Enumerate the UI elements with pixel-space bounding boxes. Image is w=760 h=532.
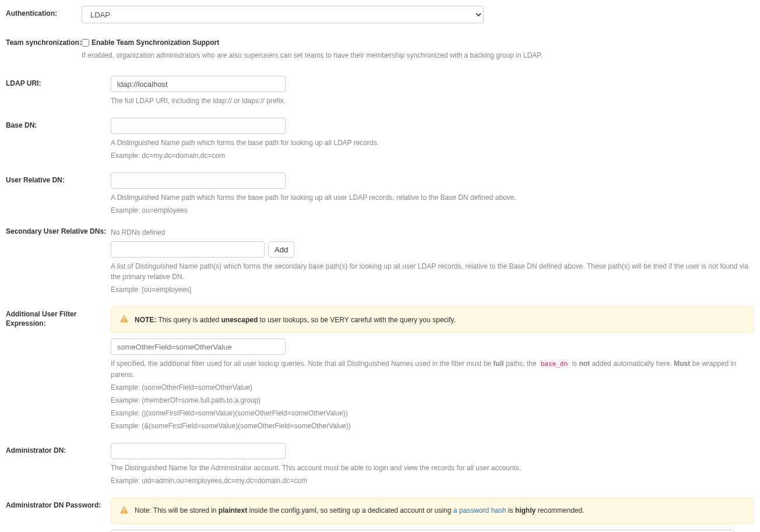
admin-pw-warning: Note: This will be stored in plaintext i… xyxy=(111,498,754,524)
warning-icon xyxy=(119,314,129,325)
warning-icon xyxy=(119,505,129,516)
user-rdn-help1: A Distinguished Name path which forms th… xyxy=(111,192,754,203)
admin-dn-help2: Example: uid=admin,ou=employees,dc=my,dc… xyxy=(111,475,754,486)
filter-expr-label: Additional User Filter Expression: xyxy=(6,306,111,328)
filter-expr-ex3: Example: (|(someFirstField=someValue)(so… xyxy=(111,408,754,418)
secondary-rdn-help1: A list of Distinguished Name path(s) whi… xyxy=(111,261,754,282)
admin-pw-input[interactable] xyxy=(111,530,734,533)
secondary-rdn-label: Secondary User Relative DNs: xyxy=(6,227,111,237)
filter-expr-ex4: Example: (&(someFirstField=someValue)(so… xyxy=(111,421,754,431)
filter-expr-ex2: Example: (memberOf=some.full.path.to.a.g… xyxy=(111,395,754,406)
base-dn-input[interactable] xyxy=(111,118,286,134)
authentication-label: Authentication: xyxy=(6,6,82,19)
secondary-rdn-help2: Example: [ou=employees] xyxy=(111,284,754,295)
ldap-uri-help: The full LDAP URI, including the ldap://… xyxy=(111,96,754,106)
secondary-rdn-empty: No RDNs defined xyxy=(111,227,754,238)
svg-rect-3 xyxy=(124,512,125,513)
filter-expr-warning: NOTE: This query is added unescaped to u… xyxy=(111,306,754,333)
user-rdn-help2: Example: ou=employees xyxy=(111,205,754,216)
admin-dn-help1: The Distinguished Name for the Administr… xyxy=(111,463,754,473)
svg-rect-2 xyxy=(124,508,125,511)
team-sync-label: Team synchronization: xyxy=(6,38,82,48)
team-sync-checkbox-label[interactable]: Enable Team Synchronization Support xyxy=(92,38,219,47)
ldap-uri-input[interactable] xyxy=(111,76,286,92)
base-dn-label: Base DN: xyxy=(6,118,111,131)
filter-expr-help1: If specified, the additional filter used… xyxy=(111,358,754,380)
password-hash-link[interactable]: a password hash xyxy=(453,506,506,515)
filter-expr-ex1: Example: (someOtherField=someOtherValue) xyxy=(111,382,754,393)
admin-dn-label: Administrator DN: xyxy=(6,443,111,456)
base-dn-help1: A Distinguished Name path which forms th… xyxy=(111,138,754,148)
team-sync-help: If enabled, organization administrators … xyxy=(82,50,754,61)
ldap-uri-label: LDAP URI: xyxy=(6,76,111,89)
secondary-rdn-add-button[interactable]: Add xyxy=(268,241,294,258)
team-sync-checkbox[interactable] xyxy=(82,39,89,47)
svg-rect-1 xyxy=(124,320,125,322)
admin-dn-input[interactable] xyxy=(111,443,286,459)
secondary-rdn-input[interactable] xyxy=(111,241,265,258)
filter-expr-input[interactable] xyxy=(111,339,286,355)
user-rdn-label: User Relative DN: xyxy=(6,172,111,185)
authentication-select[interactable]: LDAP xyxy=(82,6,484,23)
admin-pw-label: Administrator DN Password: xyxy=(6,498,111,510)
user-rdn-input[interactable] xyxy=(111,172,286,189)
base-dn-help2: Example: dc=my,dc=domain,dc=com xyxy=(111,150,754,161)
svg-rect-0 xyxy=(124,317,125,320)
